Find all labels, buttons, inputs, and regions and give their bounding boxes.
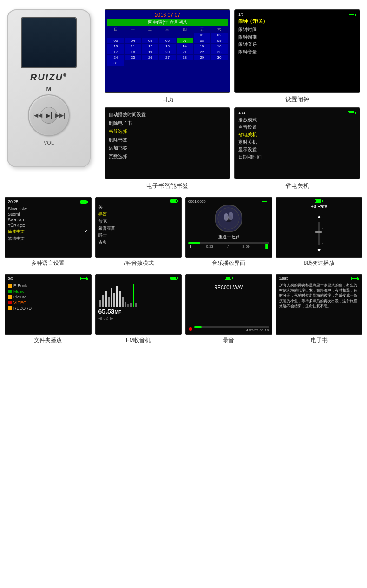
music-caption: 音乐播放界面 — [212, 259, 245, 267]
lang-battery — [80, 200, 88, 204]
speed-track-wrapper: - - -- - -- - - — [318, 220, 320, 247]
middle-screenshots-row: 自动播放时间设置 删除电子书 书签选择 删除书签 添加书签 页数选择 电子书智能… — [105, 107, 360, 190]
device-screen-inner — [22, 18, 76, 67]
file-label-ebook: E-Book — [13, 284, 27, 288]
speed-slider-track — [318, 222, 320, 245]
file-label-record: RECORD — [13, 306, 32, 311]
rec-time-row: 4:07/37:00:16 — [189, 325, 269, 332]
file-icon-music — [8, 290, 12, 293]
music-time: ⏸ 0:33/3:59 ▐▌ — [188, 244, 269, 249]
fm-bar — [122, 297, 124, 307]
fm-caption: FM收音机 — [126, 337, 151, 344]
recording-screen: REC001.WAV 4:07/37:00:16 — [185, 274, 272, 335]
file-battery — [80, 277, 88, 281]
alarm-title: 闹钟（开/关） — [238, 18, 356, 25]
settings-status: 1/11 — [238, 111, 356, 115]
ebook-read-caption: 电子书 — [311, 337, 328, 344]
row2-panels: 5/5 E-Book Music Picture — [5, 274, 362, 344]
alarm-status: 1/5 — [238, 13, 356, 17]
m-button[interactable]: M — [46, 86, 52, 92]
language-screen: 20/25 Slovenský Suomi Svenska TÜRKÇE 简体中… — [5, 197, 92, 258]
device-screen — [21, 17, 77, 68]
music-track-num: 0001/0005 — [188, 199, 206, 204]
control-ring[interactable]: |◀◀ ▶| ▶▶| — [28, 94, 70, 136]
brand-text: RUIZU — [30, 72, 63, 82]
device-controls: M |◀◀ ▶| ▶▶| VOL — [13, 86, 85, 145]
fm-bar — [119, 291, 121, 307]
calendar-caption: 日历 — [162, 95, 174, 104]
eq-item-3: 希普霍普 — [98, 225, 179, 232]
file-label-music: Music — [13, 289, 25, 294]
file-item-1: Music — [8, 289, 88, 294]
speed-title: +0 Rate — [311, 204, 327, 209]
recording-panel: REC001.WAV 4:07/37:00:16 录音 — [185, 274, 272, 344]
eq-item-0: 关 — [98, 204, 179, 211]
eq-battery — [170, 199, 178, 203]
eq-item-1: 摇滚 — [98, 211, 179, 218]
lang-active-label: 简体中文 — [8, 229, 25, 235]
music-progress-bar — [188, 242, 269, 244]
rec-status — [225, 277, 233, 280]
rec-time-display: 4:07/37:00:16 — [194, 328, 269, 332]
settings-inner: 1/11 播放模式 声音设置 省电关机 定时关机 显示设置 日期和时间 — [235, 108, 360, 179]
screenshots-right: 2016 07 07 丙 申(猴)年 六月 初八 日 一 二 三 四 五 — [105, 9, 360, 190]
cal-subheader: 丙 申(猴)年 六月 初八 — [107, 19, 228, 26]
alarm-item-3: 闹钟音乐 — [238, 41, 356, 48]
device: RUIZU® M |◀◀ ▶| ▶▶| VOL — [7, 9, 91, 167]
settings-item-4: 显示设置 — [238, 146, 356, 153]
fm-bar-active — [133, 284, 134, 307]
power-save-item: 1/11 播放模式 声音设置 省电关机 定时关机 显示设置 日期和时间 省电关机 — [234, 107, 360, 190]
eq-item-5: 古典 — [98, 239, 179, 246]
svg-point-4 — [229, 212, 233, 220]
ebook-reading-screen: 1/985 所有人类的灵魂都是海里一条巨大的鱼，出生的时候从海的此岸出发，在路途… — [276, 274, 363, 335]
file-icon-picture — [8, 295, 12, 299]
fm-bar — [99, 300, 101, 307]
eq-screen: 关 摇滚 放克 希普霍普 爵士 古典 — [95, 197, 182, 258]
top-section: RUIZU® M |◀◀ ▶| ▶▶| VOL 2016 — [0, 0, 367, 195]
ebook-item-1: 删除电子书 — [109, 119, 226, 127]
fm-channel: 02 — [104, 316, 108, 321]
device-container: RUIZU® M |◀◀ ▶| ▶▶| VOL — [7, 9, 100, 167]
speed-status — [315, 199, 323, 203]
filebrowser-panel: 5/5 E-Book Music Picture — [5, 274, 92, 344]
cal-day-hl: 07 — [175, 12, 180, 18]
file-label-video: VIDEO — [13, 300, 26, 305]
alarm-item: 1/5 闹钟（开/关） 闹钟时间 闹钟周期 闹钟音乐 闹钟音量 设置闹钟 — [234, 9, 360, 104]
power-save-caption: 省电关机 — [285, 182, 309, 190]
eq-item-4: 爵士 — [98, 232, 179, 239]
fm-battery — [170, 277, 178, 280]
music-title: 重返十七岁 — [188, 234, 269, 240]
prev-icon[interactable]: |◀◀ — [33, 112, 42, 119]
lang-page: 20/25 — [8, 199, 19, 204]
ebook-inner: 自动播放时间设置 删除电子书 书签选择 删除书签 添加书签 页数选择 — [105, 108, 230, 179]
ebook-reading-panel: 1/985 所有人类的灵魂都是海里一条巨大的鱼，出生的时候从海的此岸出发，在路途… — [276, 274, 363, 344]
speed-arrow-down-icon: ▼ — [316, 247, 322, 253]
battery-icon — [348, 13, 356, 16]
rec-progress-fill — [194, 326, 202, 328]
next-icon[interactable]: ▶▶| — [55, 112, 65, 119]
recording-filename: REC001.WAV — [214, 285, 243, 290]
fm-panel: 65.53MF ◀ 02 ▶ FM收音机 — [95, 274, 182, 344]
fm-bar — [111, 288, 112, 307]
rec-battery — [225, 277, 233, 280]
file-icon-video — [8, 301, 12, 304]
music-panel: 0001/0005 重返十七岁 — [185, 197, 272, 267]
eq-panel: 关 摇滚 放克 希普霍普 爵士 古典 7种音效模式 — [95, 197, 182, 267]
file-icon-record — [8, 306, 12, 310]
music-total-time: 3:59 — [242, 244, 250, 249]
fm-bar — [105, 291, 107, 307]
fm-next-icon: ▶ — [110, 316, 113, 321]
play-button[interactable]: ▶| — [40, 107, 57, 124]
top-screenshots-row: 2016 07 07 丙 申(猴)年 六月 初八 日 一 二 三 四 五 — [105, 9, 360, 104]
calendar-inner: 2016 07 07 丙 申(猴)年 六月 初八 日 一 二 三 四 五 — [105, 10, 230, 92]
alarm-caption: 设置闹钟 — [285, 95, 309, 104]
music-art — [215, 205, 242, 232]
music-screen: 0001/0005 重返十七岁 — [185, 197, 272, 258]
speed-screen: +0 Rate ▲ - - -- - -- - - ▼ — [276, 197, 363, 258]
fm-freq-value: 65.53 — [98, 308, 115, 315]
ebook-read-page: 1/985 — [279, 277, 288, 281]
alarm-inner: 1/5 闹钟（开/关） 闹钟时间 闹钟周期 闹钟音乐 闹钟音量 — [235, 10, 360, 92]
settings-item-1: 声音设置 — [238, 124, 356, 131]
lang-item-1: Suomi — [8, 211, 88, 217]
alarm-item-2: 闹钟周期 — [238, 33, 356, 41]
